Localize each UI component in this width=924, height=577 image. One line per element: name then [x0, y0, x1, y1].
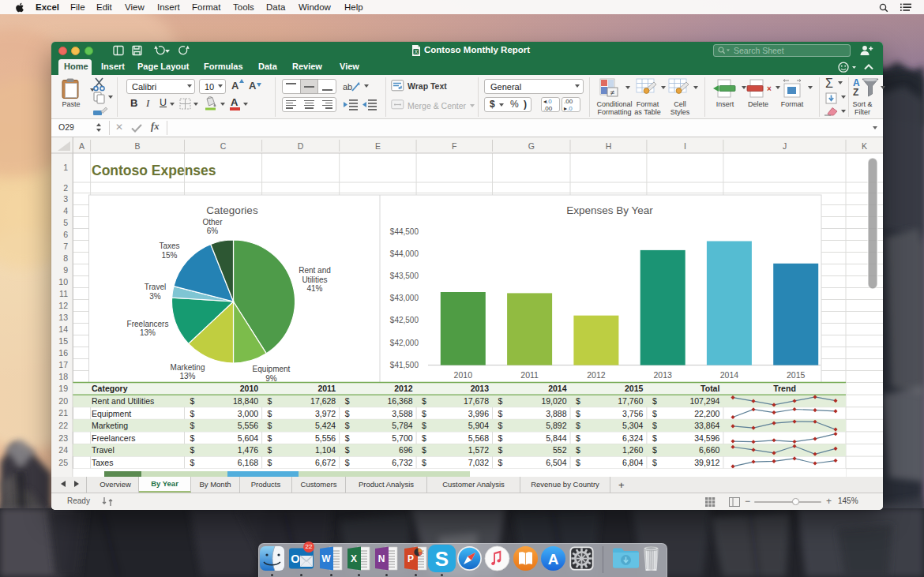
- svg-text:X: X: [351, 553, 357, 564]
- svg-text:Marketing: Marketing: [92, 421, 128, 430]
- svg-text:2014: 2014: [548, 384, 567, 393]
- svg-text:$: $: [190, 433, 195, 443]
- svg-text:2010: 2010: [240, 384, 259, 393]
- svg-text:$: $: [422, 409, 426, 418]
- svg-text:3%: 3%: [149, 292, 161, 301]
- svg-text:C: C: [220, 141, 227, 151]
- svg-text:18,840: 18,840: [233, 396, 258, 406]
- svg-text:$: $: [422, 433, 426, 443]
- svg-text:Freelancers: Freelancers: [127, 320, 169, 328]
- svg-text:H: H: [606, 141, 612, 151]
- svg-text:5,568: 5,568: [468, 433, 489, 443]
- svg-text:5,424: 5,424: [315, 421, 336, 430]
- svg-text:$: $: [422, 458, 426, 467]
- svg-text:39,912: 39,912: [694, 458, 719, 467]
- svg-text:K: K: [862, 141, 867, 151]
- svg-text:$44,000: $44,000: [390, 249, 419, 258]
- svg-text:107,294: 107,294: [689, 396, 719, 406]
- svg-text:$: $: [498, 458, 503, 467]
- svg-text:$: $: [576, 433, 580, 443]
- svg-text:$: $: [498, 433, 503, 443]
- svg-text:I: I: [684, 141, 686, 151]
- svg-text:552: 552: [553, 445, 567, 455]
- svg-text:2012: 2012: [394, 384, 413, 393]
- svg-text:3,756: 3,756: [622, 409, 643, 418]
- svg-text:$: $: [652, 433, 657, 443]
- svg-text:W: W: [321, 553, 331, 564]
- svg-text:2011: 2011: [317, 384, 336, 393]
- svg-text:8: 8: [63, 253, 68, 263]
- svg-text:6,660: 6,660: [699, 445, 719, 455]
- svg-text:$: $: [422, 421, 426, 430]
- svg-text:$42,500: $42,500: [390, 316, 419, 324]
- svg-text:7: 7: [63, 242, 68, 251]
- svg-text:696: 696: [399, 445, 413, 455]
- svg-text:17,678: 17,678: [464, 396, 489, 406]
- svg-text:F: F: [452, 141, 456, 151]
- svg-text:$: $: [268, 396, 272, 406]
- svg-text:10: 10: [58, 277, 68, 287]
- svg-text:$: $: [498, 421, 503, 430]
- svg-text:20: 20: [58, 396, 68, 406]
- svg-text:Total: Total: [701, 384, 719, 393]
- svg-text:$: $: [652, 445, 657, 455]
- svg-text:1,260: 1,260: [622, 445, 643, 455]
- svg-text:16: 16: [58, 348, 68, 358]
- svg-text:Utilities: Utilities: [302, 275, 327, 284]
- svg-text:$: $: [652, 396, 657, 406]
- svg-text:$: $: [190, 396, 195, 406]
- svg-text:16,368: 16,368: [387, 396, 412, 406]
- svg-text:$: $: [576, 445, 580, 455]
- svg-text:3: 3: [63, 194, 68, 204]
- svg-text:X: X: [415, 49, 419, 54]
- svg-text:3,888: 3,888: [546, 409, 566, 418]
- svg-text:34,596: 34,596: [694, 433, 719, 443]
- svg-text:Rent and Utilities: Rent and Utilities: [92, 396, 154, 406]
- svg-text:$: $: [576, 458, 580, 467]
- svg-text:5,904: 5,904: [468, 421, 489, 430]
- svg-text:33,864: 33,864: [694, 421, 719, 430]
- svg-text:Expenses By Year: Expenses By Year: [566, 204, 653, 216]
- svg-text:D: D: [298, 141, 304, 151]
- svg-text:13%: 13%: [179, 372, 195, 380]
- svg-text:19: 19: [58, 384, 68, 393]
- svg-text:$: $: [576, 396, 580, 406]
- svg-text:$43,000: $43,000: [390, 294, 419, 302]
- svg-text:$: $: [576, 421, 580, 430]
- svg-text:P: P: [407, 553, 413, 564]
- svg-text:4: 4: [63, 206, 68, 215]
- svg-text:$: $: [422, 445, 426, 455]
- svg-text:Categories: Categories: [206, 204, 258, 216]
- svg-text:2015: 2015: [625, 384, 644, 393]
- svg-text:$: $: [652, 409, 657, 418]
- svg-text:9%: 9%: [265, 374, 277, 383]
- svg-text:5,556: 5,556: [315, 433, 336, 443]
- svg-text:5,304: 5,304: [622, 421, 643, 430]
- svg-text:A: A: [79, 141, 85, 151]
- svg-text:15: 15: [58, 336, 68, 346]
- svg-text:$: $: [498, 409, 503, 418]
- svg-text:Contoso Expenses: Contoso Expenses: [92, 163, 216, 178]
- svg-text:E: E: [375, 141, 381, 151]
- svg-text:19,020: 19,020: [541, 396, 566, 406]
- svg-text:17,760: 17,760: [618, 396, 643, 406]
- svg-text:22: 22: [58, 421, 68, 430]
- svg-text:3,972: 3,972: [315, 409, 336, 418]
- svg-text:$: $: [345, 445, 350, 455]
- svg-text:12: 12: [58, 301, 68, 310]
- svg-text:23: 23: [58, 433, 68, 443]
- svg-text:5,700: 5,700: [392, 433, 412, 443]
- svg-text:$: $: [268, 421, 272, 430]
- svg-text:$44,500: $44,500: [390, 227, 419, 236]
- svg-text:5,556: 5,556: [238, 421, 258, 430]
- svg-text:6,504: 6,504: [546, 458, 566, 467]
- svg-text:13%: 13%: [140, 328, 156, 337]
- svg-text:Taxes: Taxes: [159, 242, 179, 250]
- svg-text:2012: 2012: [587, 370, 606, 380]
- svg-text:5,844: 5,844: [546, 433, 566, 443]
- svg-text:$: $: [190, 421, 195, 430]
- svg-text:24: 24: [58, 445, 68, 455]
- svg-text:Marketing: Marketing: [171, 363, 205, 372]
- svg-text:Rent and: Rent and: [299, 266, 331, 275]
- svg-text:1,476: 1,476: [238, 445, 258, 455]
